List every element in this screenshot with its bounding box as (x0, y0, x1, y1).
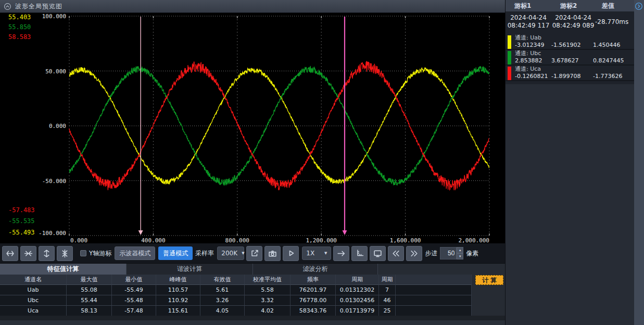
compress-y-button[interactable] (57, 246, 73, 261)
compress-x-button[interactable] (20, 246, 36, 261)
waveform-region: 波形全局预览图 0.000400.000800.0001,200.0001,60… (0, 0, 505, 325)
table-header-cell: 峰峰值 (156, 275, 200, 285)
expand-x-icon (6, 249, 15, 258)
channel-min-label: -55.535 (8, 218, 45, 225)
table-header-cell: 有效值 (200, 275, 245, 285)
camera-icon (268, 249, 277, 258)
y-axis-cursor-checkbox[interactable] (80, 250, 86, 256)
table-row[interactable]: Uca58.13-57.48115.614.054.0258343.760.01… (0, 306, 472, 316)
play-speed-select[interactable]: 1X ▼ (302, 246, 331, 260)
cursor2-time: 08:42:49 089 (551, 22, 595, 30)
expand-y-button[interactable] (39, 246, 55, 261)
waveform-plot: 0.000400.000800.0001,200.0001,600.0002,0… (0, 13, 505, 243)
page-left-button[interactable] (388, 246, 404, 261)
table-header-cell: 周期 (336, 275, 379, 285)
sample-rate-select[interactable]: 200K ▼ (217, 246, 244, 260)
export-icon (250, 249, 259, 257)
monitor-icon (373, 249, 382, 258)
panel-scrollbar[interactable] (634, 0, 644, 325)
table-cell: 110.92 (156, 295, 200, 306)
svg-text:1,600.000: 1,600.000 (390, 237, 421, 243)
table-cell: 55.08 (67, 285, 112, 295)
cursor-header-1: 游标1 (506, 2, 551, 10)
analysis-tabs: 特征值计算谐波计算滤波分析 (0, 264, 505, 275)
table-cell (396, 285, 472, 295)
table-cell: 5.58 (245, 285, 291, 295)
table-cell: 110.57 (156, 285, 200, 295)
table-cell: 115.61 (156, 306, 200, 316)
sample-rate-label: 采样率 (195, 249, 214, 258)
table-row[interactable]: Ubc55.44-55.48110.923.263.3276778.000.01… (0, 295, 472, 306)
channel-cursor2-value: -1.899708 (551, 66, 593, 80)
table-cell (396, 306, 472, 316)
tab-3[interactable]: 滤波分析 (253, 264, 378, 275)
channel-cursor1-value: -0.1260821 (515, 73, 551, 80)
play-button[interactable] (283, 246, 299, 261)
table-cell: 25 (379, 306, 396, 316)
cursor-channel-list: 通道: Uab-3.012349-1.5619021.450446通道: Ubc… (506, 34, 635, 81)
table-header-cell: 通道名 (0, 275, 67, 285)
expand-x-button[interactable] (2, 246, 18, 261)
table-cell: 76778.00 (291, 295, 336, 306)
normal-mode-button[interactable]: 普通模式 (158, 246, 193, 260)
step-input[interactable] (440, 247, 457, 259)
chevron-down-icon: ▼ (324, 251, 327, 255)
svg-text:2,000.000: 2,000.000 (458, 237, 489, 243)
channel-diff-value: -1.773626 (593, 66, 635, 80)
collapse-panel-icon[interactable] (4, 3, 11, 10)
cursor-channel-row: 通道: Ubc2.8538823.6786270.8247445 (506, 50, 635, 66)
channel-cursor1-value: 2.853882 (515, 57, 551, 64)
channel-diff-value: 0.8247445 (593, 50, 635, 64)
chevron-down-icon: ▼ (242, 251, 244, 255)
step-down-button[interactable]: ▼ (457, 253, 463, 259)
arrow-right-icon (337, 249, 346, 258)
channel-color-bar (508, 35, 511, 49)
table-header-cell: 最大值 (67, 275, 112, 285)
calculate-button[interactable]: 计 算 (475, 275, 503, 285)
export-button[interactable] (246, 246, 262, 261)
step-forward-button[interactable] (333, 246, 349, 261)
play-icon (287, 249, 295, 257)
tabs-filler (378, 264, 505, 275)
y-axis-cursor-label: Y轴游标 (89, 249, 111, 258)
channel-cursor1-value: -3.012349 (515, 42, 551, 49)
bottom-strip (0, 320, 505, 325)
table-cell: 46 (379, 295, 396, 306)
table-row[interactable]: Uab55.08-55.49110.575.615.5876201.970.01… (0, 285, 472, 295)
table-header-cell: 频率 (291, 275, 336, 285)
page-right-button[interactable] (406, 246, 422, 261)
pixel-label: 像素 (466, 249, 478, 258)
fullscreen-button[interactable] (370, 246, 386, 261)
table-cell: Uab (0, 285, 67, 295)
table-header-cell (396, 275, 472, 285)
cursor-channel-row: 通道: Uab-3.012349-1.5619021.450446 (506, 34, 635, 50)
expand-panel-icon[interactable] (635, 2, 643, 10)
channel-name: 通道: Uab (515, 34, 551, 42)
table-cell: -57.48 (112, 306, 156, 316)
measure-button[interactable] (351, 246, 368, 261)
waveform-chart[interactable]: 0.000400.000800.0001,200.0001,600.0002,0… (0, 13, 505, 243)
tab-1[interactable]: 特征值计算 (0, 264, 127, 275)
cursor-2-arrow-icon[interactable] (342, 230, 347, 235)
svg-text:1,200.000: 1,200.000 (306, 237, 337, 243)
step-up-button[interactable]: ▲ (457, 247, 463, 253)
channel-max-label: 55.850 (8, 24, 45, 31)
channel-name: 通道: Ubc (515, 50, 551, 57)
tab-2[interactable]: 谐波计算 (127, 264, 253, 275)
oscilloscope-mode-button[interactable]: 示波器模式 (115, 246, 155, 260)
compress-y-icon (60, 249, 69, 258)
channel-cursor2-value: -1.561902 (551, 34, 593, 49)
table-cell: 7 (379, 285, 396, 295)
table-cell: 4.05 (200, 306, 245, 316)
channel-name: 通道: Uca (515, 66, 551, 73)
time-difference: -28.770ms (595, 18, 635, 25)
cursor-1-arrow-icon[interactable] (138, 230, 143, 235)
toolbar: Y轴游标 示波器模式 普通模式 采样率 200K ▼ 1X ▼ 步进 (0, 243, 505, 264)
feature-value-table: 通道名最大值最小值峰峰值有效值校准平均值频率周期周期数 Uab55.08-55.… (0, 275, 472, 316)
svg-text:800.000: 800.000 (225, 237, 249, 243)
channel-max-label: 58.583 (8, 34, 45, 41)
screenshot-button[interactable] (264, 246, 281, 261)
cursor1-time: 08:42:49 117 (506, 22, 551, 30)
table-cell (396, 295, 472, 306)
waveform-analyzer-window: 波形全局预览图 0.000400.000800.0001,200.0001,60… (0, 0, 644, 325)
